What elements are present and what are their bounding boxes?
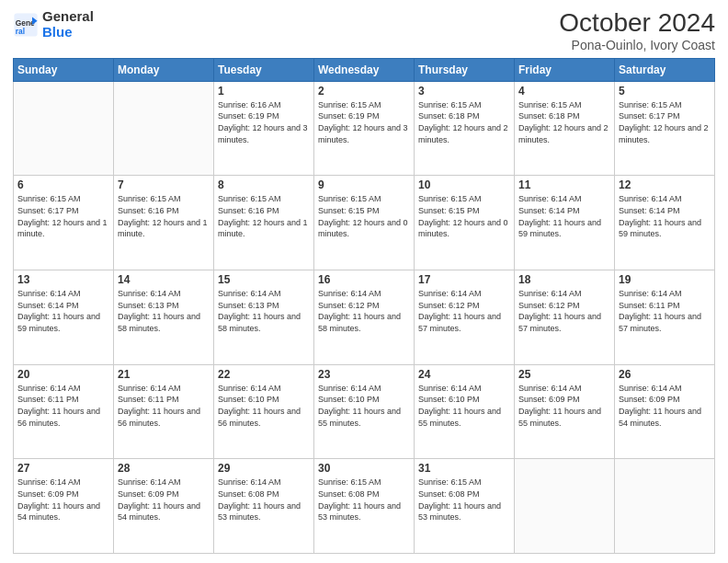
calendar-week-row: 27Sunrise: 6:14 AM Sunset: 6:09 PM Dayli… [14,459,715,554]
day-info: Sunrise: 6:14 AM Sunset: 6:09 PM Dayligh… [518,383,610,429]
day-info: Sunrise: 6:14 AM Sunset: 6:12 PM Dayligh… [518,288,610,334]
day-number: 6 [17,178,109,191]
col-sunday: Sunday [14,58,114,81]
table-row: 17Sunrise: 6:14 AM Sunset: 6:12 PM Dayli… [415,270,515,365]
table-row: 13Sunrise: 6:14 AM Sunset: 6:14 PM Dayli… [14,270,114,365]
title-block: October 2024 Pona-Ouinlo, Ivory Coast [559,9,715,52]
day-number: 20 [17,368,109,381]
table-row: 18Sunrise: 6:14 AM Sunset: 6:12 PM Dayli… [515,270,615,365]
col-wednesday: Wednesday [314,58,415,81]
day-info: Sunrise: 6:15 AM Sunset: 6:08 PM Dayligh… [318,477,410,523]
col-saturday: Saturday [615,58,715,81]
day-info: Sunrise: 6:14 AM Sunset: 6:08 PM Dayligh… [218,477,310,523]
day-info: Sunrise: 6:14 AM Sunset: 6:11 PM Dayligh… [118,383,210,429]
day-number: 28 [118,462,210,475]
day-number: 24 [418,368,510,381]
day-info: Sunrise: 6:15 AM Sunset: 6:19 PM Dayligh… [318,99,410,145]
table-row: 5Sunrise: 6:15 AM Sunset: 6:17 PM Daylig… [615,81,715,176]
day-number: 5 [619,85,711,98]
day-number: 7 [118,178,210,191]
table-row: 10Sunrise: 6:15 AM Sunset: 6:15 PM Dayli… [415,176,515,270]
table-row: 24Sunrise: 6:14 AM Sunset: 6:10 PM Dayli… [415,364,515,459]
table-row: 7Sunrise: 6:15 AM Sunset: 6:16 PM Daylig… [114,176,214,270]
day-info: Sunrise: 6:15 AM Sunset: 6:15 PM Dayligh… [418,193,510,239]
table-row [615,459,715,554]
day-number: 25 [518,368,610,381]
day-number: 10 [418,178,510,191]
day-info: Sunrise: 6:15 AM Sunset: 6:17 PM Dayligh… [619,99,711,145]
table-row: 28Sunrise: 6:14 AM Sunset: 6:09 PM Dayli… [114,459,214,554]
day-info: Sunrise: 6:15 AM Sunset: 6:16 PM Dayligh… [118,193,210,239]
day-info: Sunrise: 6:14 AM Sunset: 6:10 PM Dayligh… [318,383,410,429]
table-row: 2Sunrise: 6:15 AM Sunset: 6:19 PM Daylig… [314,81,415,176]
table-row: 3Sunrise: 6:15 AM Sunset: 6:18 PM Daylig… [415,81,515,176]
day-info: Sunrise: 6:15 AM Sunset: 6:08 PM Dayligh… [418,477,510,523]
day-number: 2 [318,85,410,98]
logo: Gene ral General Blue [13,9,94,40]
day-number: 23 [318,368,410,381]
calendar-header-row: Sunday Monday Tuesday Wednesday Thursday… [14,58,715,81]
header: Gene ral General Blue October 2024 Pona-… [13,9,715,52]
calendar-table: Sunday Monday Tuesday Wednesday Thursday… [13,58,715,554]
logo-text: General [42,9,94,25]
table-row: 1Sunrise: 6:16 AM Sunset: 6:19 PM Daylig… [214,81,314,176]
day-number: 18 [518,273,610,286]
day-info: Sunrise: 6:14 AM Sunset: 6:11 PM Dayligh… [619,288,711,334]
day-info: Sunrise: 6:14 AM Sunset: 6:14 PM Dayligh… [619,193,711,239]
day-number: 19 [619,273,711,286]
day-info: Sunrise: 6:14 AM Sunset: 6:09 PM Dayligh… [17,477,109,523]
table-row: 26Sunrise: 6:14 AM Sunset: 6:09 PM Dayli… [615,364,715,459]
day-number: 12 [619,178,711,191]
calendar-week-row: 6Sunrise: 6:15 AM Sunset: 6:17 PM Daylig… [14,176,715,270]
day-info: Sunrise: 6:14 AM Sunset: 6:11 PM Dayligh… [17,383,109,429]
table-row: 14Sunrise: 6:14 AM Sunset: 6:13 PM Dayli… [114,270,214,365]
day-number: 11 [518,178,610,191]
day-info: Sunrise: 6:14 AM Sunset: 6:09 PM Dayligh… [118,477,210,523]
day-info: Sunrise: 6:14 AM Sunset: 6:12 PM Dayligh… [418,288,510,334]
table-row: 23Sunrise: 6:14 AM Sunset: 6:10 PM Dayli… [314,364,415,459]
day-number: 29 [218,462,310,475]
day-number: 27 [17,462,109,475]
day-info: Sunrise: 6:14 AM Sunset: 6:09 PM Dayligh… [619,383,711,429]
day-number: 21 [118,368,210,381]
table-row: 11Sunrise: 6:14 AM Sunset: 6:14 PM Dayli… [515,176,615,270]
table-row: 21Sunrise: 6:14 AM Sunset: 6:11 PM Dayli… [114,364,214,459]
table-row: 6Sunrise: 6:15 AM Sunset: 6:17 PM Daylig… [14,176,114,270]
table-row: 22Sunrise: 6:14 AM Sunset: 6:10 PM Dayli… [214,364,314,459]
day-number: 9 [318,178,410,191]
col-friday: Friday [515,58,615,81]
table-row [114,81,214,176]
calendar-title: October 2024 [559,9,715,38]
day-info: Sunrise: 6:14 AM Sunset: 6:14 PM Dayligh… [17,288,109,334]
table-row: 25Sunrise: 6:14 AM Sunset: 6:09 PM Dayli… [515,364,615,459]
table-row: 16Sunrise: 6:14 AM Sunset: 6:12 PM Dayli… [314,270,415,365]
day-info: Sunrise: 6:14 AM Sunset: 6:10 PM Dayligh… [418,383,510,429]
table-row: 30Sunrise: 6:15 AM Sunset: 6:08 PM Dayli… [314,459,415,554]
day-number: 14 [118,273,210,286]
table-row: 9Sunrise: 6:15 AM Sunset: 6:15 PM Daylig… [314,176,415,270]
table-row: 27Sunrise: 6:14 AM Sunset: 6:09 PM Dayli… [14,459,114,554]
day-info: Sunrise: 6:15 AM Sunset: 6:15 PM Dayligh… [318,193,410,239]
col-tuesday: Tuesday [214,58,314,81]
day-number: 26 [619,368,711,381]
day-info: Sunrise: 6:15 AM Sunset: 6:16 PM Dayligh… [218,193,310,239]
day-number: 1 [218,85,310,98]
day-number: 22 [218,368,310,381]
calendar-subtitle: Pona-Ouinlo, Ivory Coast [559,38,715,52]
calendar-week-row: 1Sunrise: 6:16 AM Sunset: 6:19 PM Daylig… [14,81,715,176]
logo-icon: Gene ral [13,12,39,38]
day-number: 3 [418,85,510,98]
table-row: 4Sunrise: 6:15 AM Sunset: 6:18 PM Daylig… [515,81,615,176]
day-number: 15 [218,273,310,286]
day-number: 13 [17,273,109,286]
day-info: Sunrise: 6:14 AM Sunset: 6:14 PM Dayligh… [518,193,610,239]
page: Gene ral General Blue October 2024 Pona-… [0,0,728,563]
day-info: Sunrise: 6:14 AM Sunset: 6:13 PM Dayligh… [218,288,310,334]
col-thursday: Thursday [415,58,515,81]
day-number: 30 [318,462,410,475]
table-row: 31Sunrise: 6:15 AM Sunset: 6:08 PM Dayli… [415,459,515,554]
day-info: Sunrise: 6:15 AM Sunset: 6:18 PM Dayligh… [518,99,610,145]
day-number: 4 [518,85,610,98]
logo-text2: Blue [42,25,94,40]
calendar-week-row: 20Sunrise: 6:14 AM Sunset: 6:11 PM Dayli… [14,364,715,459]
